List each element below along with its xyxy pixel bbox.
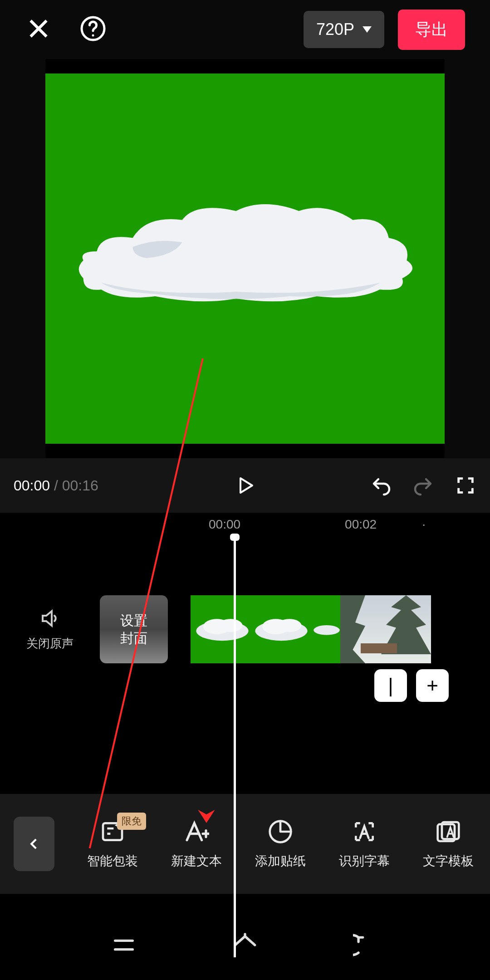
close-icon[interactable] xyxy=(25,15,52,44)
svg-point-8 xyxy=(314,625,340,635)
top-bar: 720P 导出 xyxy=(0,0,490,59)
resolution-label: 720P xyxy=(316,20,354,39)
playback-bar: 00:00 / 00:16 xyxy=(0,458,490,513)
resolution-button[interactable]: 720P xyxy=(304,11,384,48)
mute-label: 关闭原声 xyxy=(26,636,74,652)
fullscreen-button[interactable] xyxy=(455,475,476,496)
ruler-dot: · xyxy=(422,517,426,532)
subtitle-icon xyxy=(351,818,378,845)
current-time: 00:00 xyxy=(14,477,50,494)
system-nav-bar xyxy=(0,912,490,980)
text-template-icon xyxy=(435,818,462,845)
green-screen-bg xyxy=(45,74,445,444)
tool-recognize-subtitles[interactable]: 识别字幕 xyxy=(322,818,406,870)
limited-free-badge: 限免 xyxy=(117,813,146,830)
tool-add-sticker[interactable]: 添加贴纸 xyxy=(238,818,322,870)
nav-back-icon[interactable] xyxy=(353,932,379,960)
help-icon[interactable] xyxy=(79,15,107,44)
top-left xyxy=(25,15,107,44)
ruler-tick-1: 00:02 xyxy=(345,517,377,532)
timeline-ruler[interactable]: 00:00 00:02 · xyxy=(0,517,490,536)
cut-clip-button[interactable]: | xyxy=(374,669,407,702)
tool-label: 智能包装 xyxy=(87,853,138,870)
playback-right xyxy=(370,475,476,496)
time-display: 00:00 / 00:16 xyxy=(14,477,98,494)
mute-audio-button[interactable]: 关闭原声 xyxy=(0,608,100,652)
video-clips[interactable] xyxy=(191,595,431,663)
tool-label: 识别字幕 xyxy=(339,853,390,870)
back-button[interactable] xyxy=(14,817,54,871)
annotation-arrow-head xyxy=(195,802,218,827)
redo-button[interactable] xyxy=(412,475,434,496)
total-time: 00:16 xyxy=(62,477,98,494)
playhead[interactable] xyxy=(234,535,236,957)
timeline-area: 00:00 00:02 · 关闭原声 设置 封面 | xyxy=(0,513,490,980)
play-button[interactable] xyxy=(234,475,256,496)
cloud-graphic xyxy=(65,188,425,314)
clip-2[interactable] xyxy=(340,595,431,663)
svg-point-4 xyxy=(219,619,243,632)
clip-control-buttons: | + xyxy=(374,669,449,702)
svg-point-7 xyxy=(278,619,302,632)
tool-smart-package[interactable]: 限免 智能包装 xyxy=(70,818,154,870)
tool-label: 文字模板 xyxy=(423,853,474,870)
video-preview[interactable] xyxy=(45,59,445,458)
tool-text-template[interactable]: 文字模板 xyxy=(406,818,490,870)
clip-1[interactable] xyxy=(191,595,340,663)
sticker-icon xyxy=(267,818,294,845)
export-button[interactable]: 导出 xyxy=(398,10,465,50)
nav-menu-icon[interactable] xyxy=(111,932,137,960)
bottom-toolbar: 限免 智能包装 新建文本 添加贴纸 识别字幕 文字模板 xyxy=(0,794,490,894)
svg-point-1 xyxy=(92,34,94,37)
caret-down-icon xyxy=(363,26,372,33)
ruler-tick-0: 00:00 xyxy=(209,517,240,532)
cover-line2: 封面 xyxy=(120,629,147,647)
track-row: 关闭原声 设置 封面 xyxy=(0,536,490,663)
top-right: 720P 导出 xyxy=(304,10,465,50)
add-clip-button[interactable]: + xyxy=(416,669,449,702)
tool-label: 添加贴纸 xyxy=(255,853,306,870)
undo-button[interactable] xyxy=(370,475,392,496)
tool-label: 新建文本 xyxy=(171,853,222,870)
